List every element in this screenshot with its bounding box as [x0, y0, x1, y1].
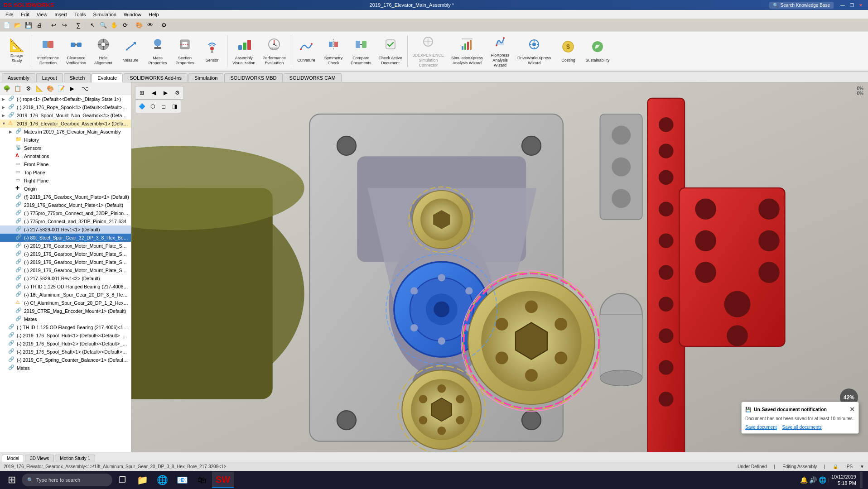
tab-addins[interactable]: SOLIDWORKS Add-Ins — [124, 73, 188, 82]
tab-mbd[interactable]: SOLIDWORKS MBD — [224, 73, 282, 82]
check-active-document-button[interactable]: Check ActiveDocument — [376, 34, 405, 69]
tree-item-spring[interactable]: 🔗 (-) 2019_CF_Spring_Counter_Balance<1> … — [0, 356, 131, 364]
config-manager-icon[interactable]: ⚙ — [24, 84, 34, 94]
tree-item-mates-sub[interactable]: 🔗 Mates — [0, 315, 131, 323]
tree-item-mates-root[interactable]: 🔗 Mates — [0, 364, 131, 372]
clearance-verification-button[interactable]: ClearanceVerification — [63, 34, 89, 69]
view-orient-button[interactable]: ⊞ — [137, 88, 147, 98]
menu-file[interactable]: File — [2, 11, 17, 18]
tab-evaluate[interactable]: Evaluate — [92, 73, 123, 82]
tree-item-217-5829[interactable]: 🔗 (-) 217-5829-001 Rev1<1> (Default) — [0, 225, 131, 234]
taskbar-search[interactable]: 🔍 Type here to search — [22, 474, 112, 486]
start-button[interactable]: ⊞ — [2, 472, 22, 488]
sensor-button[interactable]: Sensor — [199, 34, 225, 69]
dim-expert-icon[interactable]: 📐 — [34, 84, 44, 94]
bottom-tab-3dviews[interactable]: 3D Views — [25, 455, 54, 462]
minimize-button[interactable]: — — [839, 2, 846, 8]
options-button[interactable]: ⚙ — [159, 20, 169, 30]
tree-item-encoder-mount[interactable]: 🔗 2019_CTRE_Mag_Encoder_Mount<1> (Defaul… — [0, 307, 131, 315]
restore-button[interactable]: ❐ — [848, 2, 855, 8]
expand-icon[interactable]: ▶ — [67, 84, 77, 94]
select-button[interactable]: ↖ — [87, 20, 97, 30]
tree-item-rope-spool[interactable]: ▶ 🔗 (-) 2019_176_Rope_Spool<1> (Default<… — [0, 103, 131, 111]
tab-cam[interactable]: SOLIDWORKS CAM — [284, 73, 342, 82]
tree-item-motor-spacer-4[interactable]: 🔗 (-) 2019_176_Gearbox_Motor_Mount_Plate… — [0, 266, 131, 274]
tree-item-18t-gear[interactable]: 🔗 (-) 18t_Aluminum_Spur_Gear_20_DP_3_8_H… — [0, 291, 131, 299]
hole-alignment-button[interactable]: HoleAlignment — [90, 34, 116, 69]
redo-button[interactable]: ↪ — [59, 20, 69, 30]
tab-layout[interactable]: Layout — [36, 73, 63, 82]
menu-help[interactable]: Help — [145, 11, 163, 18]
tree-item-history[interactable]: 📁 History — [0, 136, 131, 144]
tree-item-spool-mount[interactable]: ▶ 🔗 2019_176_Spool_Mount_Non_Gearbox<1> … — [0, 111, 131, 120]
tree-item-cf-gear[interactable]: ⚠ (-) Cf_Aluminum_Spur_Gear_20_DP_1_2_He… — [0, 299, 131, 307]
tree-item-775pro-2[interactable]: 🔗 (-) 775pro_Connect_and_32DP_Pinion_217… — [0, 217, 131, 225]
show-desktop-button[interactable] — [860, 472, 863, 488]
driveworks-button[interactable]: DriveWorksXpressWizard — [514, 34, 554, 69]
taskbar-file-explorer[interactable]: 📁 — [132, 472, 152, 488]
menu-view[interactable]: View — [33, 11, 51, 18]
tree-item-motor-spacer-3[interactable]: 🔗 (-) 2019_176_Gearbox_Motor_Mount_Plate… — [0, 258, 131, 266]
save-all-link[interactable]: Save all documents — [782, 425, 822, 430]
taskbar-solidworks[interactable]: SW — [212, 472, 234, 488]
performance-evaluation-button[interactable]: PERF PerformanceEvaluation — [259, 34, 289, 69]
zoom-button[interactable]: 🔍 — [98, 20, 108, 30]
new-button[interactable]: 📄 — [2, 20, 12, 30]
tree-item-mates-main[interactable]: ▶ 🔗 Mates in 2019_176_Elevator_Main_Asse… — [0, 128, 131, 136]
menu-insert[interactable]: Insert — [51, 11, 71, 18]
wireframe-button[interactable]: ⬡ — [148, 101, 158, 111]
measure-button[interactable]: Measure — [117, 34, 144, 69]
tree-item-top-plane[interactable]: ▭ Top Plane — [0, 168, 131, 177]
tab-sketch[interactable]: Sketch — [64, 73, 91, 82]
mass-properties-button[interactable]: MassProperties — [145, 34, 171, 69]
tree-item-217-5829-2[interactable]: 🔗 (-) 217-5829-001 Rev1<2> (Default) — [0, 274, 131, 283]
tree-item-motor-spacer-1[interactable]: 🔗 (-) 2019_176_Gearbox_Motor_Mount_Plate… — [0, 242, 131, 250]
search-kb-label[interactable]: Search Knowledge Base — [780, 3, 830, 8]
bottom-tab-motion[interactable]: Motion Study 1 — [55, 455, 95, 462]
taskbar-store[interactable]: 🛍 — [192, 472, 212, 488]
menu-edit[interactable]: Edit — [17, 11, 33, 18]
tab-assembly[interactable]: Assembly — [2, 73, 35, 82]
tree-item-bearing-top[interactable]: 🔗 (-) TH ID 1.125 OD Flanged Bearing (21… — [0, 323, 131, 331]
assembly-visualization-button[interactable]: AssemblyVisualization — [229, 34, 258, 69]
tree-item-spool-hub-1[interactable]: 🔗 (-) 2019_176_Spool_Hub<1> (Default<<De… — [0, 331, 131, 340]
taskbar-mail[interactable]: 📧 — [172, 472, 192, 488]
menu-simulation[interactable]: Simulation — [90, 11, 120, 18]
view-next-button[interactable]: ▶ — [160, 88, 170, 98]
open-button[interactable]: 📂 — [13, 20, 23, 30]
display-button[interactable]: 🎨 — [134, 20, 144, 30]
floworks-button[interactable]: FloXpressAnalysisWizard — [487, 34, 513, 69]
tree-item-right-plane[interactable]: ▭ Right Plane — [0, 177, 131, 185]
taskbar-edge[interactable]: 🌐 — [152, 472, 172, 488]
feature-manager-icon[interactable]: 🌳 — [2, 84, 12, 94]
custom-properties-icon[interactable]: 📝 — [56, 84, 66, 94]
save-button[interactable]: 💾 — [24, 20, 34, 30]
rebuild-button[interactable]: ∑ — [73, 20, 83, 30]
design-study-button[interactable]: 📐 DesignStudy — [4, 34, 30, 69]
tree-item-80t-spur-gear[interactable]: 🔗 (-) 80t_Steel_Spur_Gear_32_DP_3_8_Hex_… — [0, 234, 131, 242]
section-view-button[interactable]: ◨ — [169, 101, 179, 111]
interference-detection-button[interactable]: InterferenceDetection — [34, 34, 62, 69]
menu-window[interactable]: Window — [120, 11, 145, 18]
filter-icon[interactable]: ⌥ — [80, 84, 90, 94]
undo-button[interactable]: ↩ — [48, 20, 58, 30]
bottom-tab-model[interactable]: Model — [2, 455, 24, 462]
print-button[interactable]: 🖨 — [34, 20, 44, 30]
shaded-button[interactable]: 🔷 — [137, 101, 147, 111]
tree-item-motor-spacer-2[interactable]: 🔗 (-) 2019_176_Gearbox_Motor_Mount_Plate… — [0, 250, 131, 258]
tree-item-gearbox-assembly[interactable]: ▼ ⚠ 2019_176_Elevator_Gearbox_Assembly<1… — [0, 120, 131, 128]
tree-item-sensors[interactable]: 📡 Sensors — [0, 144, 131, 152]
compare-documents-button[interactable]: ↔ CompareDocuments — [347, 34, 375, 69]
menu-tools[interactable]: Tools — [71, 11, 90, 18]
property-manager-icon[interactable]: 📋 — [13, 84, 23, 94]
3dexperience-button[interactable]: 3DEXPERIENCESimulationConnector — [410, 34, 448, 69]
viewport[interactable]: X Y Z ⊞ ◀ ▶ ⚙ 🔷 ⬡ ◻ ◨ 0% — [131, 82, 868, 452]
tree-item-775pro-1[interactable]: 🔗 (-) 775pro_775pro_Connect_and_32DP_Pin… — [0, 209, 131, 217]
tree-item-annotations[interactable]: A Annotations — [0, 152, 131, 160]
rotate-button[interactable]: ⟳ — [120, 20, 130, 30]
pan-button[interactable]: ✋ — [109, 20, 119, 30]
curvature-button[interactable]: Curvature — [293, 34, 319, 69]
view-settings-button[interactable]: ⚙ — [172, 88, 182, 98]
tab-simulation[interactable]: Simulation — [188, 73, 223, 82]
appearance-icon[interactable]: 🎨 — [45, 84, 55, 94]
